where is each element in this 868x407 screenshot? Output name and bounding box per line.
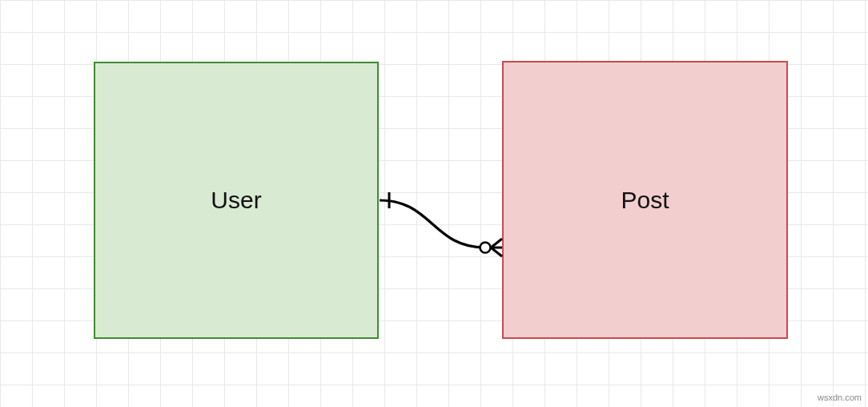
entity-post-label: Post	[621, 187, 669, 214]
watermark: wsxdn.com	[818, 393, 862, 402]
entity-user[interactable]: User	[94, 62, 379, 339]
cardinality-many-icon	[491, 239, 502, 256]
diagram-canvas[interactable]: User Post	[0, 0, 868, 407]
entity-post[interactable]: Post	[502, 61, 788, 339]
entity-user-label: User	[211, 187, 261, 214]
svg-line-2	[491, 248, 502, 256]
svg-line-0	[491, 239, 502, 248]
cardinality-zero-icon	[480, 243, 491, 253]
